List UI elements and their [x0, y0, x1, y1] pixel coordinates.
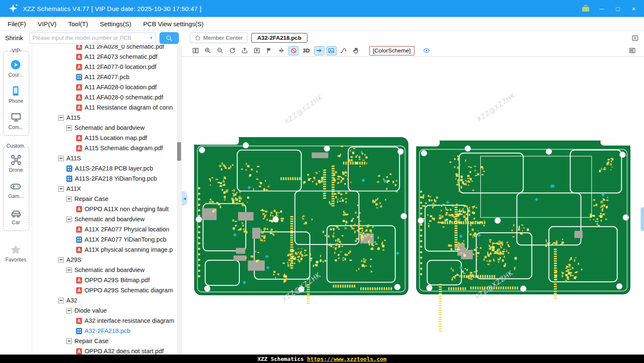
collapse-icon[interactable] [66, 217, 72, 222]
export-icon[interactable] [239, 46, 249, 55]
tree-item-a11-2fa077-pcb[interactable]: A11 2FA077.pcb [32, 72, 181, 82]
eye-icon[interactable] [422, 46, 432, 55]
collapse-panel-handle[interactable]: ◀ [182, 191, 187, 206]
tree-item-oppo-a29s-bitmap-pdf[interactable]: AOPPO A29S Bitmap.pdf [32, 275, 181, 285]
tree-item-a11s-2fa218-pcb-layer-pcb[interactable]: A11S-2FA218 PCB layer.pcb [32, 163, 181, 173]
disable-red-icon[interactable] [288, 46, 299, 55]
collapse-icon[interactable] [58, 257, 64, 263]
pan-icon[interactable] [351, 46, 361, 55]
tree-item-a11x-2fa077-yidiantong-pcb[interactable]: A11X 2FA077 YiDianTong.pcb [32, 234, 181, 245]
tree-item-oppo-a32-does-not-start-pdf[interactable]: AOPPO A32 does not start.pdf [32, 346, 181, 355]
member-center-button[interactable]: Member Center [190, 33, 248, 43]
split-view-icon[interactable] [190, 46, 200, 55]
zoom-in-icon[interactable] [203, 46, 213, 55]
sidebar-item-car[interactable]: Car [10, 206, 22, 226]
zoom-out-icon[interactable] [215, 46, 225, 55]
image-icon[interactable] [326, 46, 337, 55]
tree-item-oppo-a11x-non-charging-fault[interactable]: AOPPO A11X non charging fault [32, 204, 181, 214]
chevron-down-icon[interactable]: ▾ [150, 35, 153, 41]
tree-item-a11s[interactable]: A11S [32, 153, 181, 163]
flip-horizontal-icon[interactable] [276, 46, 286, 55]
scrollbar-thumb[interactable] [177, 142, 181, 161]
tree-item-a29s[interactable]: A29S [32, 255, 181, 265]
tree-item-a115-schematic-diagram-pdf[interactable]: AA115 Schematic diagram.pdf [32, 143, 181, 153]
tree-item-a32-interface-resistance-diagram[interactable]: AA32 interface resistance diagram [32, 316, 181, 326]
tree-item-a11x[interactable]: A11X [32, 184, 181, 194]
tree-item-repair-case[interactable]: Repair Case [32, 194, 181, 204]
tree-item-a11x-2fa077-physical-location[interactable]: AA11X 2FA077 Physical location [32, 224, 181, 234]
tree-item-label: A11S-2FA218 YiDianTong.pcb [75, 175, 157, 182]
collapse-icon[interactable] [66, 125, 72, 131]
sidebar-item-label: Gam... [8, 193, 23, 199]
tree-item-a11-2fa077-0-location-pdf[interactable]: AA11 2FA077-0 location.pdf [32, 62, 181, 72]
menu-item-tool-t[interactable]: Tool(T) [69, 20, 88, 28]
tree-item-a11x-physical-scanning-image-p[interactable]: AA11X physical scanning image.p [32, 245, 181, 255]
shrink-button[interactable]: Shrink [3, 33, 25, 42]
tree-item-schematic-and-boardview[interactable]: Schematic and boardview [32, 123, 181, 133]
view-3d-icon[interactable]: 3D [301, 46, 312, 55]
menu-item-vip-v[interactable]: VIP(V) [38, 20, 56, 28]
menu-item-file-f[interactable]: File(F) [8, 20, 26, 28]
sidebar-item-com[interactable]: Com... [8, 111, 23, 130]
colorscheme-button[interactable]: [ColorScheme] [369, 46, 414, 55]
tree-item-schematic-and-boardview[interactable]: Schematic and boardview [32, 214, 181, 224]
tree-item-oppo-a29s-schematic-diagram[interactable]: AOPPO A29S Schematic diagram [32, 285, 181, 295]
tree-item-a115[interactable]: A115 [32, 113, 181, 123]
collapse-icon[interactable] [58, 298, 64, 303]
collapse-icon[interactable] [58, 186, 64, 192]
tree-item-label: A11 AFA028-0 location.pdf [85, 84, 157, 91]
close-all-icon[interactable] [631, 34, 639, 42]
menu-item-settings-s[interactable]: Settings(S) [100, 20, 131, 28]
collapse-icon[interactable] [66, 267, 72, 273]
search-button[interactable] [159, 32, 179, 44]
close-button[interactable]: × [628, 3, 640, 14]
tree-item-a115-location-map-pdf[interactable]: AA115 Location map.pdf [32, 133, 181, 143]
search-input[interactable] [33, 35, 148, 41]
tree-item-label: A11 Resistance diagram of conn [85, 104, 173, 111]
pcb-canvas[interactable] [182, 57, 644, 355]
tree-scrollbar[interactable] [177, 45, 181, 355]
layers-panel-icon[interactable] [627, 46, 637, 55]
rotate-icon[interactable] [227, 46, 237, 55]
tree-item-a11-afa028-0-schematic-pdf[interactable]: AA11 AFA028-0 schematic.pdf [32, 92, 181, 102]
collapse-icon[interactable] [58, 156, 64, 161]
tree-item-a11-2fa073-schematic-pdf[interactable]: AA11 2FA073 schematic.pdf [32, 52, 181, 62]
collapse-icon[interactable] [66, 308, 72, 314]
flag-icon[interactable] [264, 46, 274, 55]
tree-item-diode-value[interactable]: Diode value [32, 305, 181, 316]
tree-panel: AA11 2FA028_0 schematic.pdfAA11 2FA073 s… [32, 45, 182, 355]
pcb-viewport[interactable]: XZZ@XZZHKXZZ@XZZHKXZZ@XZZHKXZZ@XZZHK ◀ [182, 57, 644, 355]
right-panel-handle[interactable] [641, 207, 644, 231]
window-title: XZZ Schematics V4.77 [ VIP Due date: 202… [23, 5, 201, 12]
tree-item-a11s-2fa218-yidiantong-pcb[interactable]: A11S-2FA218 YiDianTong.pcb [32, 173, 181, 184]
minimize-button[interactable]: ─ [596, 3, 608, 14]
collapse-icon[interactable] [66, 338, 72, 344]
sidebar-item-phone[interactable]: Phone [8, 85, 23, 104]
tree-item-label: A11S [66, 155, 81, 162]
collapse-icon[interactable] [58, 115, 64, 121]
pdf-file-icon: A [76, 145, 82, 151]
tree-item-repair-case[interactable]: Repair Case [32, 336, 181, 346]
arrow-icon[interactable] [314, 46, 324, 55]
tree-item-a11-resistance-diagram-of-conn[interactable]: AA11 Resistance diagram of conn [32, 102, 181, 113]
tree-item-a11-2fa028-0-schematic-pdf[interactable]: AA11 2FA028_0 schematic.pdf [32, 45, 181, 52]
curve-icon[interactable] [339, 46, 349, 55]
tree-item-a32[interactable]: A32 [32, 295, 181, 305]
maximize-button[interactable]: □ [612, 3, 624, 14]
tree-item-schematic-and-boardview[interactable]: Schematic and boardview [32, 265, 181, 275]
tree-item-label: OPPO A11X non charging fault [85, 206, 169, 212]
menu-item-pcb-view-settings-s[interactable]: PCB View settings(S) [143, 20, 203, 28]
sidebar-item-cour[interactable]: Cour... [8, 59, 23, 78]
export-alt-icon[interactable] [252, 46, 262, 55]
status-url-link[interactable]: https://www.xzztools.com [307, 356, 386, 362]
collapse-icon[interactable] [66, 196, 72, 202]
license-briefcase-icon[interactable] [580, 3, 592, 14]
sidebar-item-favorites[interactable]: Favorites [5, 244, 26, 263]
tab-a32-2fa218-pcb[interactable]: A32-2FA218.pcb [251, 33, 307, 43]
search-combobox[interactable]: ▾ [29, 33, 156, 44]
sidebar-item-drone[interactable]: Drone [9, 154, 23, 173]
sidebar-item-gam[interactable]: Gam... [8, 180, 23, 199]
tree-item-a11-afa028-0-location-pdf[interactable]: AA11 AFA028-0 location.pdf [32, 82, 181, 92]
tree-item-label: A11X physical scanning image.p [85, 246, 173, 253]
tree-item-a32-2fa218-pcb[interactable]: A32-2FA218.pcb [32, 326, 181, 336]
